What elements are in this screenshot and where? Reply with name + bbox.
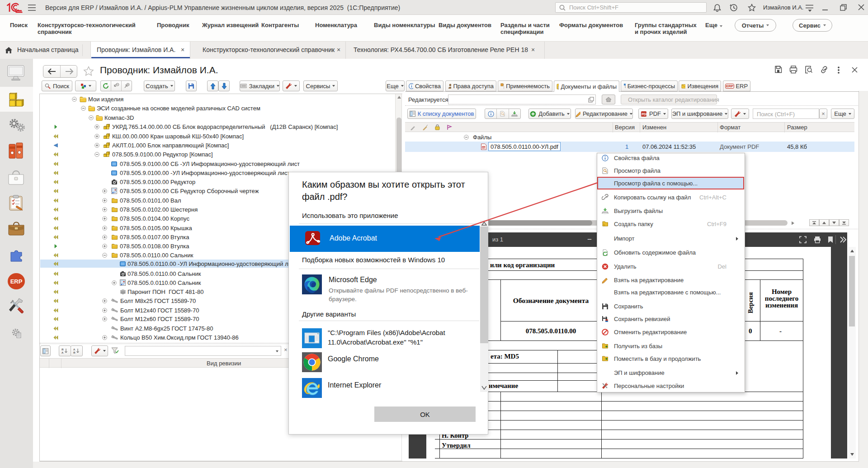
svg-text:PDF: PDF [482,147,486,149]
svg-text:А: А [61,351,64,354]
svg-text:Я: Я [61,348,63,351]
svg-text:А: А [73,348,75,351]
svg-text:PDF: PDF [642,113,647,116]
svg-text:Я: Я [73,351,75,354]
